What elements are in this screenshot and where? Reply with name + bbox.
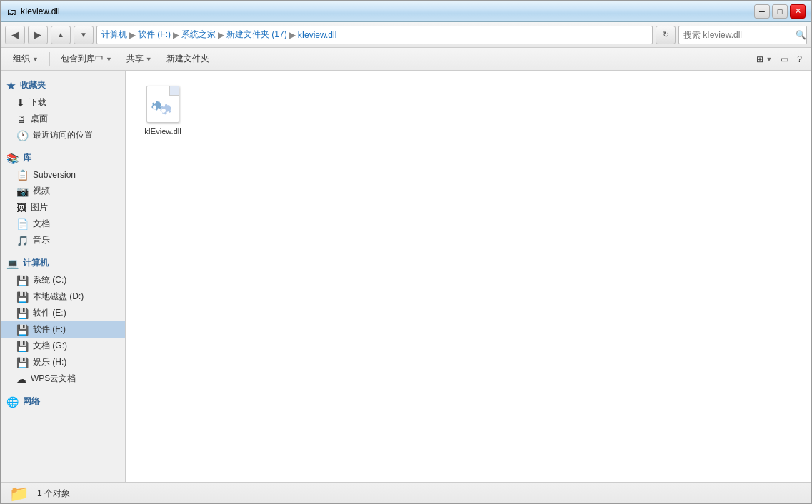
sidebar-item-e[interactable]: 💾 软件 (E:): [1, 305, 125, 321]
subversion-icon: 📋: [16, 169, 29, 181]
new-folder-label: 新建文件夹: [166, 53, 209, 65]
sidebar-f-label: 软件 (F:): [33, 323, 66, 336]
wps-cloud-icon: ☁: [16, 373, 26, 385]
documents-icon: 📄: [16, 218, 29, 230]
favorites-label: 收藏夹: [20, 79, 46, 91]
pictures-icon: 🖼: [16, 202, 26, 213]
view-button[interactable]: ⊞ ▼: [753, 50, 776, 69]
library-label: 库: [23, 152, 31, 164]
address-bar: ◀ ▶ ▲ ▼ 计算机 ▶ 软件 (F:) ▶ 系统之家 ▶ 新建文件夹 (17…: [1, 22, 811, 48]
breadcrumb-computer[interactable]: 计算机: [101, 29, 127, 41]
sidebar-library-header[interactable]: 📚 库: [1, 149, 125, 167]
sidebar-desktop-label: 桌面: [31, 113, 48, 125]
sidebar-item-pictures[interactable]: 🖼 图片: [1, 199, 125, 216]
organize-label: 组织: [13, 53, 30, 65]
sidebar-item-recent[interactable]: 🕐 最近访问的位置: [1, 127, 125, 143]
minimize-button[interactable]: ─: [754, 4, 770, 19]
sidebar-item-d[interactable]: 💾 本地磁盘 (D:): [1, 288, 125, 305]
drive-d-icon: 💾: [16, 291, 29, 303]
organize-button[interactable]: 组织 ▼: [6, 50, 45, 69]
sidebar-d-label: 本地磁盘 (D:): [33, 291, 84, 303]
sidebar-pictures-label: 图片: [31, 201, 48, 213]
file-area[interactable]: kIEview.dll: [126, 71, 811, 482]
file-icon-page: [146, 86, 179, 123]
sidebar-item-c[interactable]: 💾 系统 (C:): [1, 272, 125, 288]
sidebar: ★ 收藏夹 ⬇ 下载 🖥 桌面 🕐 最近访问的位置 📚 库 📋 Subversi…: [1, 71, 126, 482]
sidebar-item-desktop[interactable]: 🖥 桌面: [1, 111, 125, 127]
close-button[interactable]: ✕: [790, 4, 806, 19]
refresh-button[interactable]: ↻: [656, 26, 676, 44]
file-name: kIEview.dll: [144, 127, 181, 136]
sidebar-download-label: 下载: [29, 96, 46, 109]
status-count: 1 个对象: [37, 488, 70, 500]
up-button[interactable]: ▲: [51, 26, 71, 44]
drive-e-icon: 💾: [16, 308, 29, 319]
view-icon: ⊞: [756, 54, 763, 64]
sidebar-spacer-3: [1, 387, 125, 393]
include-dropdown-arrow: ▼: [106, 56, 112, 63]
status-folder-icon: 📁: [9, 485, 29, 503]
download-icon: ⬇: [16, 97, 25, 109]
sidebar-item-subversion[interactable]: 📋 Subversion: [1, 167, 125, 183]
recent-icon: 🕐: [16, 130, 29, 141]
sidebar-spacer-2: [1, 248, 125, 254]
toolbar: 组织 ▼ 包含到库中 ▼ 共享 ▼ 新建文件夹 ⊞ ▼ ▭ ?: [1, 48, 811, 71]
include-library-button[interactable]: 包含到库中 ▼: [54, 50, 119, 69]
sidebar-item-g[interactable]: 💾 文档 (G:): [1, 338, 125, 354]
sidebar-documents-label: 文档: [33, 218, 50, 230]
drive-c-icon: 💾: [16, 275, 29, 286]
sidebar-item-h[interactable]: 💾 娱乐 (H:): [1, 354, 125, 371]
search-bar: 🔍: [678, 26, 807, 44]
drive-h-icon: 💾: [16, 357, 29, 368]
sidebar-item-download[interactable]: ⬇ 下载: [1, 94, 125, 111]
title-bar-title: kIeview.dll: [21, 6, 60, 16]
sidebar-item-wps[interactable]: ☁ WPS云文档: [1, 371, 125, 387]
sidebar-spacer-1: [1, 143, 125, 149]
video-icon: 📷: [16, 186, 29, 197]
back-button[interactable]: ◀: [5, 26, 25, 44]
network-label: 网络: [23, 395, 40, 408]
drive-f-icon: 💾: [16, 324, 29, 336]
file-gear-icon: [150, 94, 176, 121]
sidebar-network-header[interactable]: 🌐 网络: [1, 393, 125, 410]
sidebar-music-label: 音乐: [33, 234, 50, 246]
sidebar-item-video[interactable]: 📷 视频: [1, 183, 125, 199]
sidebar-item-music[interactable]: 🎵 音乐: [1, 232, 125, 248]
share-dropdown-arrow: ▼: [146, 56, 152, 63]
desktop-icon: 🖥: [16, 114, 26, 125]
music-icon: 🎵: [16, 235, 29, 246]
include-label: 包含到库中: [61, 53, 104, 65]
breadcrumb-folder1[interactable]: 系统之家: [181, 29, 216, 41]
help-button[interactable]: ?: [793, 50, 806, 69]
breadcrumb[interactable]: 计算机 ▶ 软件 (F:) ▶ 系统之家 ▶ 新建文件夹 (17) ▶ kIev…: [96, 26, 653, 44]
share-button[interactable]: 共享 ▼: [120, 50, 159, 69]
breadcrumb-drive[interactable]: 软件 (F:): [138, 29, 171, 41]
new-folder-button[interactable]: 新建文件夹: [160, 50, 216, 69]
status-bar: 📁 1 个对象: [1, 482, 811, 504]
forward-button[interactable]: ▶: [28, 26, 48, 44]
computer-icon: 💻: [6, 258, 19, 269]
file-icon-wrapper: [143, 84, 183, 124]
search-input[interactable]: [679, 30, 795, 40]
dropdown-button[interactable]: ▼: [74, 26, 94, 44]
breadcrumb-current[interactable]: kIeview.dll: [298, 30, 337, 40]
file-item-dll[interactable]: kIEview.dll: [134, 79, 191, 141]
sidebar-item-f[interactable]: 💾 软件 (F:): [1, 321, 125, 338]
sidebar-c-label: 系统 (C:): [33, 274, 66, 286]
network-icon: 🌐: [6, 396, 19, 408]
breadcrumb-folder2[interactable]: 新建文件夹 (17): [226, 29, 287, 41]
library-icon: 📚: [6, 153, 19, 164]
drive-g-icon: 💾: [16, 341, 29, 352]
sidebar-video-label: 视频: [33, 185, 50, 197]
maximize-button[interactable]: □: [772, 4, 788, 19]
details-pane-button[interactable]: ▭: [777, 50, 792, 69]
sidebar-item-documents[interactable]: 📄 文档: [1, 216, 125, 232]
sidebar-wps-label: WPS云文档: [31, 373, 76, 385]
organize-dropdown-arrow: ▼: [32, 56, 39, 63]
search-button[interactable]: 🔍: [795, 26, 806, 44]
title-buttons: ─ □ ✕: [752, 4, 806, 19]
sidebar-favorites-header[interactable]: ★ 收藏夹: [1, 76, 125, 94]
sidebar-computer-header[interactable]: 💻 计算机: [1, 254, 125, 272]
computer-label: 计算机: [23, 257, 49, 269]
sidebar-h-label: 娱乐 (H:): [33, 356, 66, 368]
